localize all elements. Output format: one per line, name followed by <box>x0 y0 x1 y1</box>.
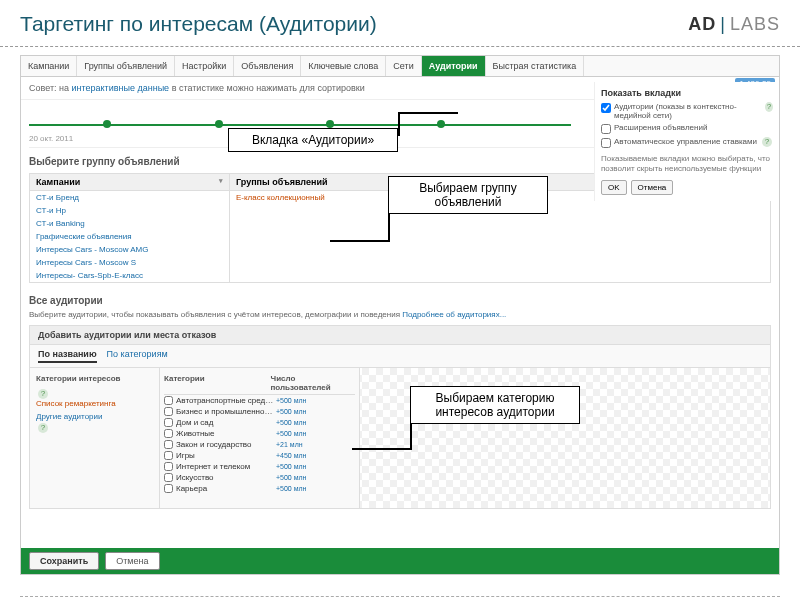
campaign-item[interactable]: СТ-и Banking <box>30 217 229 230</box>
cat-checkbox[interactable] <box>164 473 173 482</box>
callout-pointer <box>398 112 400 136</box>
panel-title: Показать вкладки <box>601 88 773 98</box>
save-button[interactable]: Сохранить <box>29 552 99 570</box>
callout-pointer <box>398 112 458 114</box>
other-audiences-link[interactable]: Другие аудитории <box>36 412 153 421</box>
cat-checkbox[interactable] <box>164 407 173 416</box>
cat-checkbox[interactable] <box>164 396 173 405</box>
help-icon[interactable]: ? <box>38 423 48 433</box>
remarketing-list-link[interactable]: Список ремаркетинга <box>36 399 153 408</box>
callout-pointer <box>352 448 412 450</box>
cat-checkbox[interactable] <box>164 418 173 427</box>
cat-checkbox[interactable] <box>164 451 173 460</box>
category-list-header: КатегорииЧисло пользователей <box>164 372 355 395</box>
show-tabs-panel: Показать вкладки Аудитории (показы в кон… <box>594 82 779 201</box>
tab-networks[interactable]: Сети <box>386 56 421 76</box>
chk-audiences-input[interactable] <box>601 103 611 113</box>
campaign-item[interactable]: Интересы- Cars-Spb-E-класс <box>30 269 229 282</box>
chk-autobid-label: Автоматическое управление ставками <box>614 137 757 146</box>
chk-audiences[interactable]: Аудитории (показы в контекстно-медийной … <box>601 102 773 120</box>
tip-text-pre: Совет: на <box>29 83 72 93</box>
chk-autobid-input[interactable] <box>601 138 611 148</box>
category-row[interactable]: Закон и государство+21 млн <box>164 439 355 450</box>
timeline-point[interactable] <box>103 120 111 128</box>
aud-tab-byname[interactable]: По названию <box>38 349 97 363</box>
logo-ad: AD <box>688 14 716 35</box>
category-row[interactable]: Бизнес и промышленность+500 млн <box>164 406 355 417</box>
cat-checkbox[interactable] <box>164 429 173 438</box>
chk-extensions[interactable]: Расширения объявлений <box>601 123 773 134</box>
tip-text-post: в статистике можно нажимать для сортиров… <box>172 83 365 93</box>
timeline-point[interactable] <box>215 120 223 128</box>
category-list: КатегорииЧисло пользователей Автотранспо… <box>160 368 360 508</box>
cancel-mini-button[interactable]: Отмена <box>631 180 674 195</box>
campaign-item[interactable]: СТ-и Бренд <box>30 191 229 204</box>
logo-divider: | <box>720 14 726 35</box>
callout-select-category: Выбираем категорию интересов аудитории <box>410 386 580 424</box>
tab-ads[interactable]: Объявления <box>234 56 301 76</box>
cancel-button[interactable]: Отмена <box>105 552 159 570</box>
callout-pointer <box>330 240 390 242</box>
tab-settings[interactable]: Настройки <box>175 56 234 76</box>
help-icon[interactable]: ? <box>765 102 773 112</box>
add-audiences-block: Добавить аудитории или места отказов По … <box>29 325 771 509</box>
all-audiences-sub: Выберите аудитории, чтобы показывать объ… <box>29 310 771 319</box>
ok-button[interactable]: OK <box>601 180 627 195</box>
logo: AD | LABS <box>688 14 780 35</box>
cat-checkbox[interactable] <box>164 440 173 449</box>
tab-audiences[interactable]: Аудитории <box>422 56 486 76</box>
tab-campaigns[interactable]: Кампании <box>21 56 77 76</box>
cat-checkbox[interactable] <box>164 484 173 493</box>
all-audiences-title: Все аудитории <box>29 295 771 306</box>
aud-learn-more-link[interactable]: Подробнее об аудиториях... <box>402 310 506 319</box>
chk-extensions-input[interactable] <box>601 124 611 134</box>
interest-categories-title: Категории интересов <box>36 374 153 383</box>
panel-note: Показываемые вкладки можно выбирать, что… <box>601 154 773 175</box>
category-row[interactable]: Дом и сад+500 млн <box>164 417 355 428</box>
campaign-item[interactable]: Графические объявления <box>30 230 229 243</box>
category-row[interactable]: Интернет и телеком+500 млн <box>164 461 355 472</box>
campaign-item[interactable]: Интересы Cars - Moscow S <box>30 256 229 269</box>
chk-extensions-label: Расширения объявлений <box>614 123 707 132</box>
cat-checkbox[interactable] <box>164 462 173 471</box>
aud-tab-bycategory[interactable]: По категориям <box>107 349 168 363</box>
chevron-down-icon[interactable]: ▾ <box>219 177 223 187</box>
chk-autobid[interactable]: Автоматическое управление ставками? <box>601 137 773 148</box>
tab-quick-stats[interactable]: Быстрая статистика <box>486 56 585 76</box>
tab-keywords[interactable]: Ключевые слова <box>301 56 386 76</box>
timeline-point[interactable] <box>326 120 334 128</box>
slide-title: Таргетинг по интересам (Аудитории) <box>20 12 377 36</box>
campaign-item[interactable]: СТ-и Нр <box>30 204 229 217</box>
callout-select-group: Выбираем группу объявлений <box>388 176 548 214</box>
tip-link[interactable]: интерактивные данные <box>72 83 170 93</box>
category-row[interactable]: Искусство+500 млн <box>164 472 355 483</box>
app-tabs: Кампании Группы объявлений Настройки Объ… <box>21 56 779 77</box>
bottom-action-bar: Сохранить Отмена <box>21 548 779 574</box>
chk-audiences-label: Аудитории (показы в контекстно-медийной … <box>614 102 760 120</box>
help-icon[interactable]: ? <box>38 389 48 399</box>
logo-labs: LABS <box>730 14 780 35</box>
add-audiences-header: Добавить аудитории или места отказов <box>30 326 770 345</box>
tab-ad-groups[interactable]: Группы объявлений <box>77 56 175 76</box>
callout-pointer <box>388 210 390 240</box>
category-row[interactable]: Животные+500 млн <box>164 428 355 439</box>
screenshot-frame: Кампании Группы объявлений Настройки Объ… <box>20 55 780 575</box>
category-row[interactable]: Игры+450 млн <box>164 450 355 461</box>
timeline-point[interactable] <box>437 120 445 128</box>
footer-divider <box>20 596 780 597</box>
callout-tab-audiences: Вкладка «Аудитории» <box>228 128 398 152</box>
category-row[interactable]: Карьера+500 млн <box>164 483 355 494</box>
timeline-date: 20 окт. 2011 <box>29 134 73 143</box>
help-icon[interactable]: ? <box>762 137 772 147</box>
campaign-item[interactable]: Интересы Cars - Moscow AMG <box>30 243 229 256</box>
aud-sub-text: Выберите аудитории, чтобы показывать объ… <box>29 310 400 319</box>
category-sidebar: Категории интересов ? Список ремаркетинг… <box>30 368 160 508</box>
category-row[interactable]: Автотранспортные средства+500 млн <box>164 395 355 406</box>
campaigns-header: Кампании▾ <box>30 174 229 191</box>
